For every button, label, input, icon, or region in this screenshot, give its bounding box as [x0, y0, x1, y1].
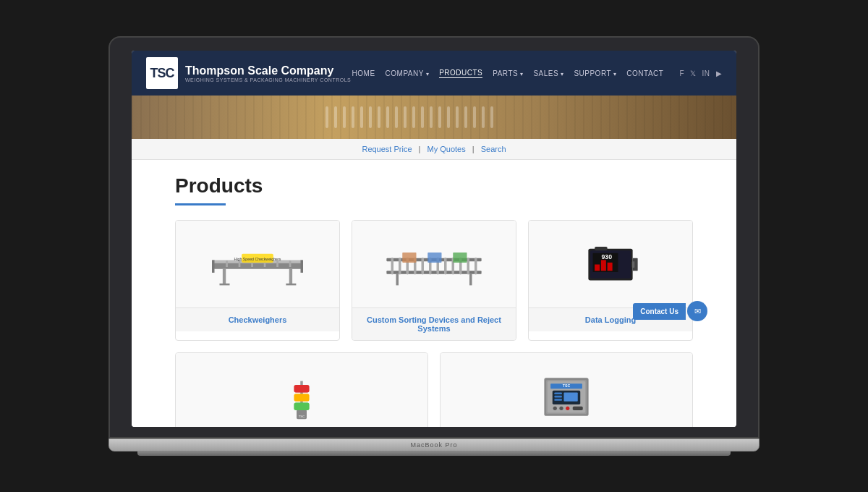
product-grid-top: High Speed Checkweighers Checkweighers — [175, 220, 693, 341]
svg-rect-31 — [427, 252, 441, 262]
product-img-controls: TSC — [441, 353, 692, 427]
accessories-svg: TSC — [251, 366, 352, 428]
sep2: | — [472, 145, 475, 153]
svg-rect-43 — [632, 261, 635, 268]
brand-tagline: Weighing Systems & Packaging Machinery C… — [185, 77, 351, 82]
conveyor-lines — [326, 103, 542, 132]
svg-rect-30 — [402, 252, 416, 262]
svg-rect-60 — [554, 392, 562, 394]
product-grid-bottom: TSC — [175, 352, 693, 427]
svg-rect-2 — [212, 260, 215, 273]
sorting-svg — [383, 234, 485, 295]
svg-point-64 — [553, 406, 557, 410]
svg-rect-39 — [601, 260, 606, 271]
product-label-sorting[interactable]: Custom Sorting Devices and Reject System… — [352, 308, 516, 340]
controls-svg: TSC — [516, 366, 617, 428]
svg-text:TSC: TSC — [563, 383, 571, 388]
nav-company[interactable]: COMPANY — [386, 69, 430, 77]
request-price-link[interactable]: Request Price — [362, 145, 412, 153]
contact-us-button-group: Contact Us ✉ — [633, 301, 707, 321]
svg-rect-33 — [396, 273, 399, 285]
product-img-data-logging: 930 — [529, 221, 692, 308]
search-link[interactable]: Search — [481, 145, 506, 153]
screen-bezel: TSC Thompson Scale Company Weighing Syst… — [109, 36, 760, 438]
nav-links: HOME COMPANY PRODUCTS PARTS SALES SUPPOR… — [352, 69, 722, 78]
svg-rect-19 — [399, 257, 401, 274]
data-logging-svg: 930 — [560, 234, 661, 295]
svg-rect-3 — [301, 260, 304, 273]
laptop-base: MacBook Pro — [109, 438, 760, 451]
nav-socials: f 𝕏 in ▶ — [679, 69, 722, 77]
svg-rect-28 — [467, 257, 470, 274]
svg-rect-8 — [276, 260, 278, 267]
svg-rect-32 — [453, 252, 467, 262]
product-img-accessories: TSC — [176, 353, 427, 427]
brand-logo-box: TSC — [146, 57, 178, 89]
svg-point-65 — [559, 406, 563, 410]
svg-point-66 — [566, 406, 569, 410]
svg-text:930: 930 — [601, 253, 612, 260]
svg-rect-11 — [289, 268, 292, 284]
svg-rect-9 — [289, 260, 292, 267]
svg-rect-13 — [286, 283, 296, 285]
svg-rect-67 — [573, 406, 583, 410]
svg-rect-38 — [595, 264, 600, 271]
product-img-checkweighers: High Speed Checkweighers — [176, 221, 339, 308]
my-quotes-link[interactable]: My Quotes — [427, 145, 466, 153]
svg-rect-5 — [239, 260, 241, 267]
product-card-data-logging[interactable]: 930 Data Logging — [528, 220, 693, 341]
contact-us-button[interactable]: Contact Us — [633, 303, 686, 320]
nav-sales[interactable]: SALES — [533, 69, 563, 77]
svg-rect-62 — [554, 399, 562, 401]
nav-contact[interactable]: CONTACT — [626, 69, 663, 77]
nav-support[interactable]: SUPPORT — [574, 69, 616, 77]
social-twitter-icon[interactable]: 𝕏 — [690, 69, 697, 77]
social-linkedin-icon[interactable]: in — [702, 69, 710, 77]
product-card-accessories[interactable]: TSC — [175, 352, 428, 427]
svg-rect-4 — [226, 260, 228, 267]
utility-bar: Request Price | My Quotes | Search — [132, 139, 736, 160]
checkweigher-svg: High Speed Checkweighers — [207, 234, 308, 295]
brand-name: Thompson Scale Company — [185, 64, 351, 77]
svg-rect-29 — [475, 257, 477, 274]
brand-text: Thompson Scale Company Weighing Systems … — [185, 64, 351, 82]
nav-parts[interactable]: PARTS — [493, 69, 523, 77]
nav-products[interactable]: PRODUCTS — [439, 69, 482, 78]
svg-rect-44 — [595, 247, 608, 250]
sep1: | — [419, 145, 421, 153]
title-underline — [175, 203, 226, 205]
product-label-checkweighers[interactable]: Checkweighers — [176, 308, 339, 331]
svg-rect-10 — [223, 268, 226, 284]
svg-text:High Speed Checkweighers: High Speed Checkweighers — [234, 257, 281, 261]
page-title: Products — [175, 174, 693, 198]
navbar: TSC Thompson Scale Company Weighing Syst… — [132, 51, 736, 96]
svg-rect-53 — [294, 384, 310, 392]
laptop-foot — [137, 451, 731, 456]
social-facebook-icon[interactable]: f — [679, 69, 684, 77]
product-card-controls[interactable]: TSC — [440, 352, 693, 427]
product-img-sorting — [352, 221, 516, 308]
product-card-checkweighers[interactable]: High Speed Checkweighers Checkweighers — [175, 220, 340, 341]
svg-rect-52 — [294, 394, 310, 402]
product-card-sorting[interactable]: Custom Sorting Devices and Reject System… — [352, 220, 516, 341]
website[interactable]: TSC Thompson Scale Company Weighing Syst… — [132, 51, 736, 427]
svg-rect-12 — [220, 283, 230, 285]
svg-rect-34 — [469, 273, 472, 285]
laptop-screen: TSC Thompson Scale Company Weighing Syst… — [132, 51, 736, 427]
contact-us-email-icon[interactable]: ✉ — [687, 301, 707, 321]
svg-text:TSC: TSC — [299, 415, 305, 418]
svg-rect-51 — [294, 402, 310, 410]
laptop-shell: TSC Thompson Scale Company Weighing Syst… — [109, 36, 760, 456]
svg-rect-25 — [444, 257, 447, 274]
svg-rect-63 — [564, 392, 578, 401]
laptop-model-label: MacBook Pro — [410, 441, 457, 449]
hero-banner — [132, 96, 736, 139]
svg-rect-18 — [391, 257, 394, 274]
brand: TSC Thompson Scale Company Weighing Syst… — [146, 57, 351, 89]
svg-rect-61 — [554, 395, 562, 397]
svg-rect-22 — [422, 257, 425, 274]
main-content: Contact Us ✉ Products — [132, 160, 736, 427]
nav-home[interactable]: HOME — [352, 69, 375, 77]
svg-rect-40 — [608, 262, 613, 270]
social-youtube-icon[interactable]: ▶ — [716, 69, 723, 77]
